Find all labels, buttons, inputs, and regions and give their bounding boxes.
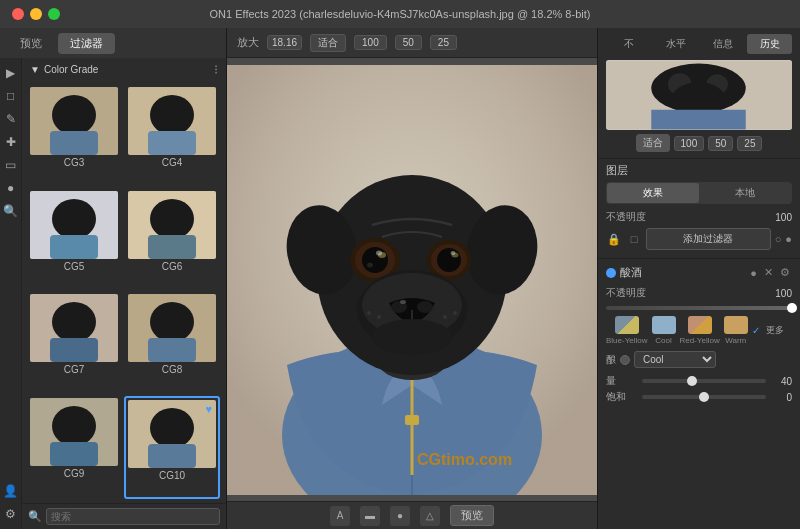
filter-delete-icon[interactable]: ✕ (762, 266, 775, 279)
heart-icon: ♡ (202, 297, 212, 310)
preview-button[interactable]: 预览 (450, 505, 494, 526)
tab-right-0[interactable]: 不 (606, 34, 651, 54)
fit-btn-100[interactable]: 100 (674, 136, 705, 151)
chevron-icon[interactable]: ▼ (30, 64, 40, 75)
filter-active-dot[interactable] (606, 268, 616, 278)
tab-right-3[interactable]: 历史 (747, 34, 792, 54)
tool-cursor[interactable]: ▶ (2, 64, 20, 82)
swatch-cool[interactable]: Cool (652, 316, 676, 345)
filter-visibility-icon[interactable]: ● (748, 267, 759, 279)
bottom-icon-b[interactable]: ▬ (360, 506, 380, 526)
quantity-label: 量 (606, 374, 636, 388)
svg-point-1 (52, 95, 96, 135)
tab-right-1[interactable]: 水平 (653, 34, 698, 54)
preset-thumb-cg3 (30, 87, 118, 155)
layer-expand-icon[interactable]: ○ (775, 233, 782, 245)
svg-point-38 (376, 250, 382, 255)
saturation-label: 饱和 (606, 390, 636, 404)
canvas-toolbar: 放大 18.16 适合 100 50 25 (227, 28, 597, 58)
preset-item-cg7[interactable]: CG7 (28, 292, 120, 392)
saturation-slider[interactable] (642, 395, 766, 399)
main-layout: 预览 过滤器 ▶ □ ✎ ✚ ▭ ● 🔍 👤 ⚙ ▼ C (0, 28, 800, 529)
fit-button[interactable]: 适合 (310, 34, 346, 52)
preset-item-cg9[interactable]: CG9 (28, 396, 120, 500)
tab-right-2[interactable]: 信息 (700, 34, 745, 54)
filter-header: 酸酒 ● ✕ ⚙ (606, 265, 792, 280)
svg-point-48 (400, 300, 406, 304)
tab-filter[interactable]: 过滤器 (58, 33, 115, 54)
swatch-blue-yellow[interactable]: Blue-Yellow (606, 316, 648, 345)
quantity-slider[interactable] (642, 379, 766, 383)
zoom-25-button[interactable]: 25 (430, 35, 457, 50)
eye-icon[interactable]: □ (626, 231, 642, 247)
swatch-checkmark: ✓ (752, 325, 760, 336)
layers-tab-effects[interactable]: 效果 (607, 183, 699, 203)
tab-preview[interactable]: 预览 (8, 33, 54, 54)
tone-select[interactable]: Cool Warm Blue-Yellow Red-Yellow (634, 351, 716, 368)
svg-rect-20 (50, 442, 98, 466)
right-top: 不 水平 信息 历史 适合 100 50 25 (598, 28, 800, 159)
close-button[interactable] (12, 8, 24, 20)
swatch-more-label[interactable]: 更多 (766, 324, 784, 337)
tool-heal[interactable]: ✚ (2, 133, 20, 151)
tool-brush[interactable]: ✎ (2, 110, 20, 128)
tool-settings[interactable]: ⚙ (2, 505, 20, 523)
maximize-button[interactable] (48, 8, 60, 20)
zoom-value[interactable]: 18.16 (267, 35, 302, 50)
saturation-thumb[interactable] (699, 392, 709, 402)
tool-people[interactable]: 👤 (2, 482, 20, 500)
svg-rect-28 (405, 415, 419, 425)
preset-thumb-cg9 (30, 398, 118, 466)
slider-thumb[interactable] (787, 303, 797, 313)
canvas-area[interactable]: CGtimo.com (227, 58, 597, 501)
right-tab-row: 不 水平 信息 历史 (606, 34, 792, 54)
search-input[interactable] (46, 508, 220, 525)
layer-options-icon[interactable]: ● (785, 233, 792, 245)
svg-point-53 (372, 319, 452, 355)
preset-grid: CG3 CG4 (22, 81, 226, 503)
filter-settings-icon[interactable]: ⚙ (778, 266, 792, 279)
bottom-icon-a[interactable]: A (330, 506, 350, 526)
fit-btn-25[interactable]: 25 (737, 136, 762, 151)
fit-btn-fit[interactable]: 适合 (636, 134, 670, 152)
minimize-button[interactable] (30, 8, 42, 20)
layers-tabs: 效果 本地 (606, 182, 792, 204)
zoom-50-button[interactable]: 50 (395, 35, 422, 50)
bottom-icon-d[interactable]: △ (420, 506, 440, 526)
preset-item-cg3[interactable]: CG3 (28, 85, 120, 185)
zoom-100-button[interactable]: 100 (354, 35, 387, 50)
tool-zoom[interactable]: 🔍 (2, 202, 20, 220)
preset-item-cg6[interactable]: CG6 (124, 189, 220, 289)
svg-point-13 (52, 302, 96, 342)
swatch-red-yellow[interactable]: Red-Yellow (680, 316, 720, 345)
swatch-warm[interactable]: Warm (724, 316, 748, 345)
quantity-thumb[interactable] (687, 376, 697, 386)
bottom-icon-c[interactable]: ● (390, 506, 410, 526)
left-tab-bar: 预览 过滤器 (0, 28, 226, 58)
add-filter-button[interactable]: 添加过滤器 (646, 228, 771, 250)
layers-tab-local[interactable]: 本地 (699, 183, 791, 203)
tone-label: 酿 (606, 353, 616, 367)
quantity-value: 40 (772, 376, 792, 387)
svg-point-4 (150, 95, 194, 135)
swatch-box-warm (724, 316, 748, 334)
traffic-lights[interactable] (12, 8, 60, 20)
preset-item-cg8[interactable]: ♡ CG8 (124, 292, 220, 392)
svg-point-19 (52, 406, 96, 446)
tool-clone[interactable]: ▭ (2, 156, 20, 174)
filter-opacity-slider[interactable] (606, 306, 792, 310)
filter-section: 酸酒 ● ✕ ⚙ 不透明度 100 (598, 259, 800, 529)
svg-rect-60 (651, 110, 745, 130)
preset-item-cg10[interactable]: ♥ CG10 (124, 396, 220, 500)
preset-label-cg5: CG5 (64, 261, 85, 272)
lock-icon[interactable]: 🔒 (606, 231, 622, 247)
preset-item-cg4[interactable]: CG4 (124, 85, 220, 185)
grid-settings-icon[interactable]: ⁝ (214, 62, 218, 77)
tool-crop[interactable]: □ (2, 87, 20, 105)
fit-btn-50[interactable]: 50 (708, 136, 733, 151)
preset-label-cg3: CG3 (64, 157, 85, 168)
tool-adjust[interactable]: ● (2, 179, 20, 197)
svg-point-47 (417, 301, 433, 313)
preset-item-cg5[interactable]: CG5 (28, 189, 120, 289)
thumbnail-area (606, 60, 792, 130)
